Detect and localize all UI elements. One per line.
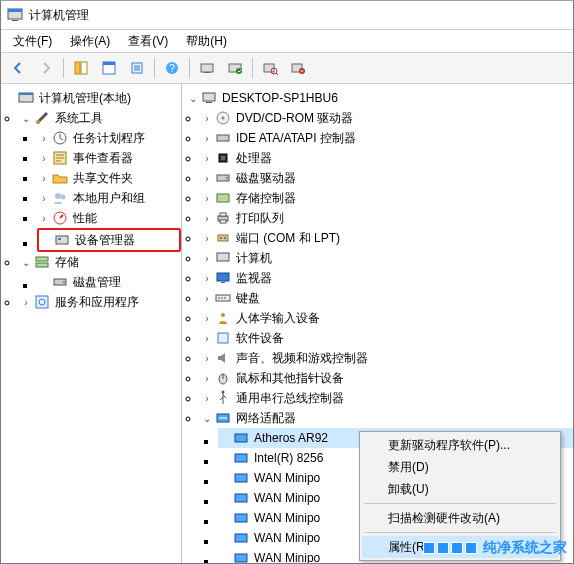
tree-shared-folders[interactable]: ›共享文件夹 xyxy=(37,168,181,188)
menu-view[interactable]: 查看(V) xyxy=(120,31,176,52)
menu-action[interactable]: 操作(A) xyxy=(62,31,118,52)
sw-device-icon xyxy=(215,330,231,346)
expand-icon[interactable]: › xyxy=(200,371,214,385)
cat-hid[interactable]: ›人体学输入设备 xyxy=(200,308,573,328)
cat-storage-ctrl[interactable]: ›存储控制器 xyxy=(200,188,573,208)
expand-icon[interactable]: › xyxy=(200,151,214,165)
tree-system-tools[interactable]: ⌄ 系统工具 xyxy=(19,108,181,128)
cat-cpu[interactable]: ›处理器 xyxy=(200,148,573,168)
svg-point-24 xyxy=(61,195,66,200)
app-icon xyxy=(7,7,23,23)
svg-rect-11 xyxy=(204,72,210,73)
expand-icon[interactable]: › xyxy=(200,191,214,205)
cat-sw-devices[interactable]: ›软件设备 xyxy=(200,328,573,348)
expand-icon[interactable]: › xyxy=(200,351,214,365)
menubar: 文件(F) 操作(A) 查看(V) 帮助(H) xyxy=(1,30,573,53)
menu-file[interactable]: 文件(F) xyxy=(5,31,60,52)
expand-icon[interactable]: › xyxy=(19,295,33,309)
expand-icon[interactable]: › xyxy=(200,271,214,285)
ctx-disable[interactable]: 禁用(D) xyxy=(362,456,558,478)
show-hide-tree-button[interactable] xyxy=(68,55,94,81)
cat-monitor[interactable]: ›监视器 xyxy=(200,268,573,288)
collapse-icon[interactable]: ⌄ xyxy=(200,411,214,425)
cat-keyboard[interactable]: ›键盘 xyxy=(200,288,573,308)
expand-icon[interactable]: › xyxy=(200,171,214,185)
port-icon xyxy=(215,230,231,246)
properties-button[interactable] xyxy=(96,55,122,81)
collapse-icon[interactable]: ⌄ xyxy=(19,255,33,269)
expand-icon[interactable]: › xyxy=(200,391,214,405)
ctx-update-driver[interactable]: 更新驱动程序软件(P)... xyxy=(362,434,558,456)
svg-rect-47 xyxy=(218,235,228,241)
expand-icon[interactable]: › xyxy=(200,291,214,305)
expand-icon[interactable]: › xyxy=(200,331,214,345)
uninstall-button[interactable] xyxy=(285,55,311,81)
tree-performance[interactable]: ›性能 xyxy=(37,208,181,228)
expand-icon[interactable]: › xyxy=(200,111,214,125)
expand-icon[interactable]: › xyxy=(200,211,214,225)
svg-point-37 xyxy=(222,117,225,120)
svg-rect-28 xyxy=(36,257,48,261)
cat-network[interactable]: ⌄网络适配器 xyxy=(200,408,573,428)
svg-rect-58 xyxy=(218,333,228,343)
svg-point-20 xyxy=(36,120,40,124)
svg-rect-3 xyxy=(75,62,80,74)
expand-icon[interactable]: › xyxy=(37,211,51,225)
svg-rect-26 xyxy=(56,236,68,244)
svg-rect-64 xyxy=(235,454,247,462)
cat-sound[interactable]: ›声音、视频和游戏控制器 xyxy=(200,348,573,368)
expand-icon[interactable]: › xyxy=(37,171,51,185)
ctx-scan-hw[interactable]: 扫描检测硬件改动(A) xyxy=(362,507,558,529)
tree-event-viewer[interactable]: ›事件查看器 xyxy=(37,148,181,168)
svg-rect-45 xyxy=(220,213,226,216)
tree-services-apps[interactable]: ›服务和应用程序 xyxy=(19,292,181,312)
device-icon-button[interactable] xyxy=(194,55,220,81)
cat-usb[interactable]: ›通用串行总线控制器 xyxy=(200,388,573,408)
cat-ide[interactable]: ›IDE ATA/ATAPI 控制器 xyxy=(200,128,573,148)
svg-rect-52 xyxy=(221,282,225,283)
tree-root-local[interactable]: 计算机管理(本地) xyxy=(1,88,181,108)
help-button[interactable]: ? xyxy=(159,55,185,81)
collapse-icon[interactable]: ⌄ xyxy=(19,111,33,125)
nav-forward-button[interactable] xyxy=(33,55,59,81)
tree-disk-mgmt[interactable]: 磁盘管理 xyxy=(37,272,181,292)
computer-icon xyxy=(201,90,217,106)
cat-computer[interactable]: ›计算机 xyxy=(200,248,573,268)
update-driver-button[interactable] xyxy=(222,55,248,81)
services-icon xyxy=(34,294,50,310)
expand-icon[interactable]: › xyxy=(200,231,214,245)
collapse-icon[interactable]: ⌄ xyxy=(186,91,200,105)
nic-icon xyxy=(233,550,249,563)
tree-task-scheduler[interactable]: ›任务计划程序 xyxy=(37,128,181,148)
cat-mouse[interactable]: ›鼠标和其他指针设备 xyxy=(200,368,573,388)
expand-icon[interactable]: › xyxy=(37,131,51,145)
expand-icon[interactable]: › xyxy=(200,311,214,325)
svg-rect-69 xyxy=(235,554,247,562)
expand-icon[interactable]: › xyxy=(37,151,51,165)
tree-storage[interactable]: ⌄存储 xyxy=(19,252,181,272)
nic-icon xyxy=(233,450,249,466)
menu-help[interactable]: 帮助(H) xyxy=(178,31,235,52)
svg-rect-56 xyxy=(224,297,226,299)
left-tree-pane[interactable]: 计算机管理(本地) ⌄ 系统工具 ›任务计划程序 ›事件查看器 xyxy=(1,84,182,563)
cat-dvd[interactable]: ›DVD/CD-ROM 驱动器 xyxy=(200,108,573,128)
svg-rect-50 xyxy=(217,253,229,261)
nic-icon xyxy=(233,430,249,446)
device-root[interactable]: ⌄ DESKTOP-SP1HBU6 xyxy=(182,88,573,108)
cat-print-queue[interactable]: ›打印队列 xyxy=(200,208,573,228)
tree-device-manager[interactable]: 设备管理器 xyxy=(39,230,173,250)
expand-icon[interactable]: › xyxy=(37,191,51,205)
mouse-icon xyxy=(215,370,231,386)
nic-icon xyxy=(233,470,249,486)
expand-icon[interactable]: › xyxy=(200,131,214,145)
export-button[interactable] xyxy=(124,55,150,81)
scan-hardware-button[interactable] xyxy=(257,55,283,81)
ctx-uninstall[interactable]: 卸载(U) xyxy=(362,478,558,500)
tree-local-users[interactable]: ›本地用户和组 xyxy=(37,188,181,208)
computer-mgmt-icon xyxy=(18,90,34,106)
cat-disk-drives[interactable]: ›磁盘驱动器 xyxy=(200,168,573,188)
nav-back-button[interactable] xyxy=(5,55,31,81)
expand-icon[interactable]: › xyxy=(200,251,214,265)
cat-ports[interactable]: ›端口 (COM 和 LPT) xyxy=(200,228,573,248)
ctx-separator xyxy=(364,503,556,504)
